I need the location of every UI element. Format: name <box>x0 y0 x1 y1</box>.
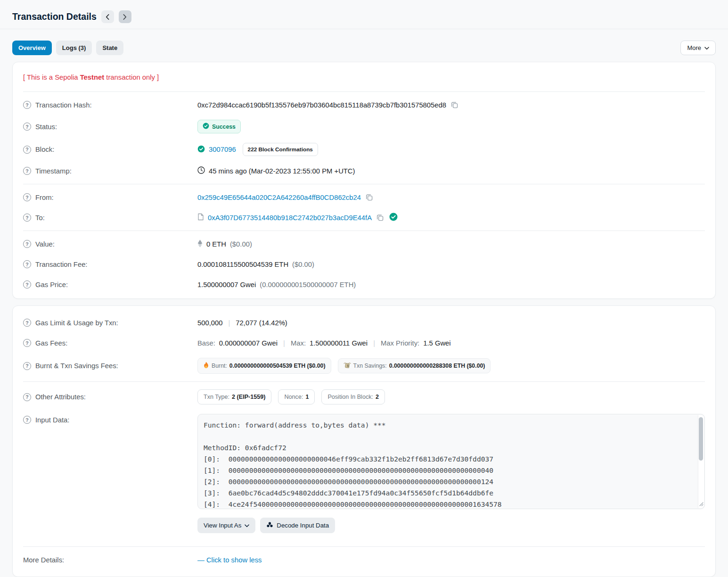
input-data-label: Input Data: <box>35 416 69 424</box>
help-icon[interactable]: ? <box>23 214 31 222</box>
burnt-label: Burnt: <box>212 363 227 369</box>
transaction-fee-row: ? Transaction Fee: 0.000108115500504539 … <box>23 254 705 274</box>
view-input-as-label: View Input As <box>204 522 241 529</box>
help-icon[interactable]: ? <box>23 240 31 248</box>
position-in-block-badge: Position In Block: 2 <box>321 389 385 404</box>
block-number-link[interactable]: 3007096 <box>209 146 236 153</box>
block-confirmations-badge: 222 Block Confirmations <box>243 143 318 156</box>
copy-icon[interactable] <box>376 214 384 221</box>
input-data-line: [4]: 4ce24f54000000000000000000000000000… <box>204 499 693 509</box>
transaction-fee-amount: 0.000108115500504539 ETH <box>197 261 288 268</box>
help-icon[interactable]: ? <box>23 416 31 424</box>
section-divider <box>23 381 705 382</box>
tab-state[interactable]: State <box>96 41 123 55</box>
value-row: ? Value: 0 ETH ($0.00) <box>23 234 705 254</box>
burnt-fees-label: Burnt & Txn Savings Fees: <box>35 362 118 370</box>
gas-limit-label: Gas Limit & Usage by Txn: <box>35 319 118 327</box>
help-icon[interactable]: ? <box>23 123 31 131</box>
input-data-line: Function: forward(address to,bytes data)… <box>204 420 693 431</box>
help-icon[interactable]: ? <box>23 101 31 109</box>
input-data-line: [0]: 00000000000000000000000046eff99cab3… <box>204 453 693 465</box>
txn-type-label: Txn Type: <box>204 394 229 400</box>
status-badge: Success <box>197 120 241 133</box>
position-in-block-label: Position In Block: <box>327 394 373 400</box>
txn-savings-value: 0.000000000000288308 ETH ($0.00) <box>389 363 485 369</box>
transaction-fee-usd: ($0.00) <box>292 261 314 268</box>
burnt-value: 0.000000000000504539 ETH ($0.00) <box>229 363 326 369</box>
nonce-value: 1 <box>305 394 309 400</box>
from-row: ? From: 0x259c49E65644a020C2A642260a4ffB… <box>23 187 705 207</box>
max-priority-fee-label: Max Priority: <box>381 339 419 347</box>
from-address-link[interactable]: 0x259c49E65644a020C2A642260a4ffB0CD862cb… <box>197 194 361 201</box>
tab-logs[interactable]: Logs (3) <box>56 41 92 55</box>
help-icon[interactable]: ? <box>23 146 31 154</box>
help-icon[interactable]: ? <box>23 193 31 201</box>
testnet-warning-suffix: transaction only ] <box>104 74 159 81</box>
help-icon[interactable]: ? <box>23 260 31 268</box>
gas-price-row: ? Gas Price: 1.500000007 Gwei (0.0000000… <box>23 274 705 295</box>
txn-savings-badge: $ Txn Savings: 0.000000000000288308 ETH … <box>338 358 491 373</box>
view-input-as-button[interactable]: View Input As <box>197 518 255 533</box>
gas-limit-row: ? Gas Limit & Usage by Txn: 500,000 | 72… <box>23 313 705 333</box>
input-data-textarea[interactable]: Function: forward(address to,bytes data)… <box>197 414 705 509</box>
section-divider <box>23 91 705 92</box>
scrollbar-track[interactable] <box>698 415 704 508</box>
chevron-right-icon <box>123 14 127 20</box>
tab-bar: Overview Logs (3) State More <box>12 41 716 55</box>
help-icon[interactable]: ? <box>23 393 31 401</box>
testnet-warning: [ This is a Sepolia Testnet transaction … <box>23 66 705 89</box>
next-transaction-button[interactable] <box>119 10 131 23</box>
position-in-block-value: 2 <box>376 394 379 400</box>
transaction-details-page: Transaction Details Overview Logs (3) St… <box>0 0 728 577</box>
value-label: Value: <box>35 240 55 248</box>
eth-icon <box>197 239 203 249</box>
to-label: To: <box>35 214 45 222</box>
check-circle-icon <box>203 123 209 131</box>
more-button[interactable]: More <box>680 41 716 55</box>
separator: | <box>281 339 287 347</box>
help-icon[interactable]: ? <box>23 319 31 327</box>
testnet-warning-prefix: [ This is a Sepolia <box>23 74 80 81</box>
transaction-hash-label: Transaction Hash: <box>35 101 92 109</box>
details-card: ? Gas Limit & Usage by Txn: 500,000 | 72… <box>12 305 716 577</box>
money-wings-icon: $ <box>344 362 351 370</box>
input-data-line: [1]: 00000000000000000000000000000000000… <box>204 465 693 476</box>
help-icon[interactable]: ? <box>23 167 31 175</box>
copy-icon[interactable] <box>451 101 458 108</box>
header-divider <box>0 29 728 29</box>
chevron-down-icon <box>245 522 249 529</box>
gas-price-eth: (0.000000001500000007 ETH) <box>260 281 356 288</box>
check-circle-icon <box>197 145 205 154</box>
cubes-icon <box>266 521 273 529</box>
svg-text:$: $ <box>346 364 349 368</box>
other-attributes-row: ? Other Attributes: Txn Type: 2 (EIP-155… <box>23 385 705 409</box>
more-details-label: More Details: <box>23 556 64 564</box>
help-icon[interactable]: ? <box>23 339 31 347</box>
copy-icon[interactable] <box>366 194 373 201</box>
base-fee-value: 0.000000007 Gwei <box>219 339 278 347</box>
input-data-line: [2]: 00000000000000000000000000000000000… <box>204 476 693 487</box>
tab-overview[interactable]: Overview <box>12 41 52 55</box>
status-badge-label: Success <box>212 124 236 130</box>
max-fee-label: Max: <box>291 339 306 347</box>
nonce-badge: Nonce: 1 <box>278 389 315 404</box>
decode-input-data-label: Decode Input Data <box>277 522 329 529</box>
scrollbar-thumb[interactable] <box>699 417 703 461</box>
gas-fees-row: ? Gas Fees: Base: 0.000000007 Gwei | Max… <box>23 333 705 353</box>
resize-grip-icon[interactable] <box>699 500 703 508</box>
decode-input-data-button[interactable]: Decode Input Data <box>260 518 335 533</box>
show-less-link[interactable]: — Click to show less <box>197 556 262 564</box>
value-usd: ($0.00) <box>230 240 252 248</box>
help-icon[interactable]: ? <box>23 280 31 288</box>
help-icon[interactable]: ? <box>23 362 31 370</box>
gas-limit-value: 500,000 <box>197 319 223 327</box>
txn-savings-label: Txn Savings: <box>353 363 387 369</box>
to-address-link[interactable]: 0xA3f07D6773514480b918C2742b027b3acD9E44… <box>208 214 372 222</box>
transaction-fee-label: Transaction Fee: <box>35 261 87 268</box>
flame-icon <box>203 362 209 370</box>
previous-transaction-button[interactable] <box>101 10 114 23</box>
clock-icon <box>197 166 205 175</box>
status-label: Status: <box>35 123 57 131</box>
testnet-warning-bold: Testnet <box>80 74 105 81</box>
gas-price-label: Gas Price: <box>35 281 68 288</box>
